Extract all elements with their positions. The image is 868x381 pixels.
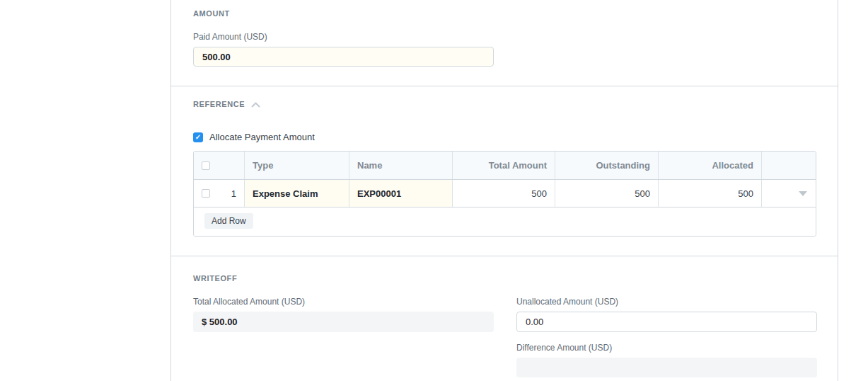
writeoff-right-column: Unallocated Amount (USD) Difference Amou… [516,297,817,377]
cell-allocated-value: 500 [738,188,753,199]
writeoff-left-column: Total Allocated Amount (USD) $ 500.00 [193,297,494,377]
reference-section-heading-row[interactable]: REFERENCE [193,100,816,109]
total-allocated-display: $ 500.00 [193,312,494,332]
amount-section-heading: AMOUNT [193,9,816,18]
cell-type-value: Expense Claim [253,188,318,199]
cell-outstanding-value: 500 [635,188,650,199]
row-index: 1 [231,188,236,199]
column-header-type[interactable]: Type [245,152,349,179]
column-header-total-amount[interactable]: Total Amount [453,152,555,179]
column-header-name[interactable]: Name [349,152,453,179]
cell-allocated[interactable]: 500 [659,180,762,207]
caret-down-icon[interactable] [799,191,807,196]
column-header-type-label: Type [253,160,273,171]
column-header-name-label: Name [357,160,382,171]
unallocated-input[interactable] [516,312,817,332]
allocate-payment-field: ✓ Allocate Payment Amount [193,132,816,142]
column-header-menu [762,152,816,179]
cell-name-value: EXP00001 [357,188,401,199]
column-header-allocated-label: Allocated [712,160,753,171]
paid-amount-input[interactable] [193,47,494,67]
column-header-outstanding[interactable]: Outstanding [555,152,659,179]
writeoff-section: WRITEOFF Total Allocated Amount (USD) $ … [171,256,838,377]
row-check-cell: 1 [194,180,245,207]
select-all-checkbox[interactable] [202,161,210,170]
column-header-total-amount-label: Total Amount [489,160,547,171]
reference-section-heading: REFERENCE [193,100,245,109]
row-menu-cell [762,180,816,207]
cell-total-amount[interactable]: 500 [453,180,555,207]
difference-label: Difference Amount (USD) [516,343,817,353]
total-allocated-label: Total Allocated Amount (USD) [193,297,494,307]
chevron-up-icon[interactable] [251,102,260,108]
unallocated-label: Unallocated Amount (USD) [516,297,817,307]
grid-footer: Add Row [194,207,816,236]
difference-display [516,358,817,377]
grid-header-row: Type Name Total Amount Outstanding Alloc… [194,152,816,180]
allocate-payment-label: Allocate Payment Amount [209,132,315,142]
grid-header-check-cell [194,152,245,179]
reference-section: REFERENCE ✓ Allocate Payment Amount Type… [171,86,838,256]
column-header-allocated[interactable]: Allocated [659,152,762,179]
column-header-outstanding-label: Outstanding [596,160,650,171]
reference-grid: Type Name Total Amount Outstanding Alloc… [193,151,816,237]
cell-name[interactable]: EXP00001 [349,180,453,207]
cell-outstanding[interactable]: 500 [555,180,659,207]
cell-type[interactable]: Expense Claim [245,180,349,207]
paid-amount-label: Paid Amount (USD) [193,32,816,42]
writeoff-section-heading: WRITEOFF [193,274,816,283]
add-row-button[interactable]: Add Row [204,213,253,229]
cell-total-amount-value: 500 [531,188,547,199]
payment-entry-form: AMOUNT Paid Amount (USD) REFERENCE ✓ All… [170,0,838,381]
row-checkbox[interactable] [202,189,210,198]
amount-section: AMOUNT Paid Amount (USD) [171,0,838,86]
allocate-payment-checkbox[interactable]: ✓ [193,132,203,142]
table-row[interactable]: 1 Expense Claim EXP00001 500 500 500 [194,180,816,207]
